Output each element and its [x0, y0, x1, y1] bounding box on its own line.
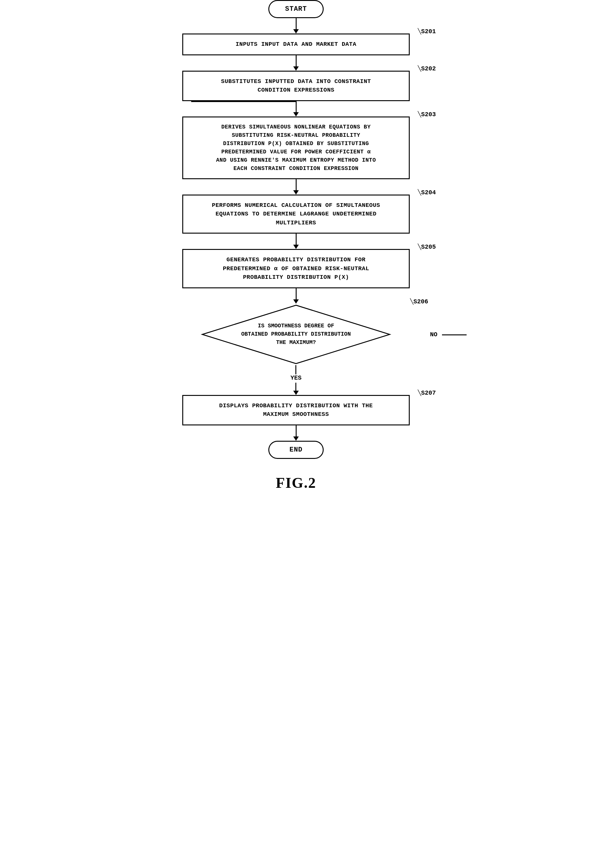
s203-process: DERIVES SIMULTANEOUS NONLINEAR EQUATIONS…: [182, 117, 410, 179]
yes-label: YES: [291, 374, 301, 381]
s207-process: DISPLAYS PROBABILITY DISTRIBUTION WITH T…: [182, 395, 410, 425]
s204-label: ╲S204: [418, 189, 436, 196]
yes-path: YES: [291, 365, 301, 392]
no-label: NO: [430, 331, 437, 338]
s206-label: ╲S206: [410, 298, 428, 305]
s207-wrapper: DISPLAYS PROBABILITY DISTRIBUTION WITH T…: [182, 395, 410, 425]
start-terminal: START: [268, 0, 324, 18]
start-label: START: [285, 5, 307, 13]
figure-label: FIG.2: [276, 474, 316, 491]
s203-label: ╲S203: [418, 111, 436, 118]
s201-process: INPUTS INPUT DATA AND MARKET DATA: [182, 34, 410, 55]
s205-process: GENERATES PROBABILITY DISTRIBUTION FOR P…: [182, 249, 410, 288]
s204-process: PERFORMS NUMERICAL CALCULATION OF SIMULT…: [182, 195, 410, 234]
s205-wrapper: GENERATES PROBABILITY DISTRIBUTION FOR P…: [182, 249, 410, 288]
no-arrow-right: [442, 334, 467, 335]
s206-text: IS SMOOTHNESS DEGREE OF OBTAINED PROBABI…: [239, 322, 353, 347]
s206-wrapper: IS SMOOTHNESS DEGREE OF OBTAINED PROBABI…: [158, 304, 434, 365]
s201-text: INPUTS INPUT DATA AND MARKET DATA: [236, 41, 357, 48]
s205-label: ╲S205: [418, 244, 436, 251]
s207-label: ╲S207: [418, 390, 436, 397]
flowchart: START INPUTS INPUT DATA AND MARKET DATA …: [158, 0, 434, 491]
s201-label: ╲S201: [418, 28, 436, 35]
s203-wrapper: DERIVES SIMULTANEOUS NONLINEAR EQUATIONS…: [182, 117, 410, 179]
s202-wrapper: SUBSTITUTES INPUTTED DATA INTO CONSTRAIN…: [182, 71, 410, 101]
end-label: END: [289, 446, 303, 454]
s204-wrapper: PERFORMS NUMERICAL CALCULATION OF SIMULT…: [182, 195, 410, 234]
s202-label: ╲S202: [418, 65, 436, 72]
end-terminal: END: [268, 441, 324, 459]
s202-process: SUBSTITUTES INPUTTED DATA INTO CONSTRAIN…: [182, 71, 410, 101]
s201-wrapper: INPUTS INPUT DATA AND MARKET DATA ╲S201: [182, 34, 410, 55]
